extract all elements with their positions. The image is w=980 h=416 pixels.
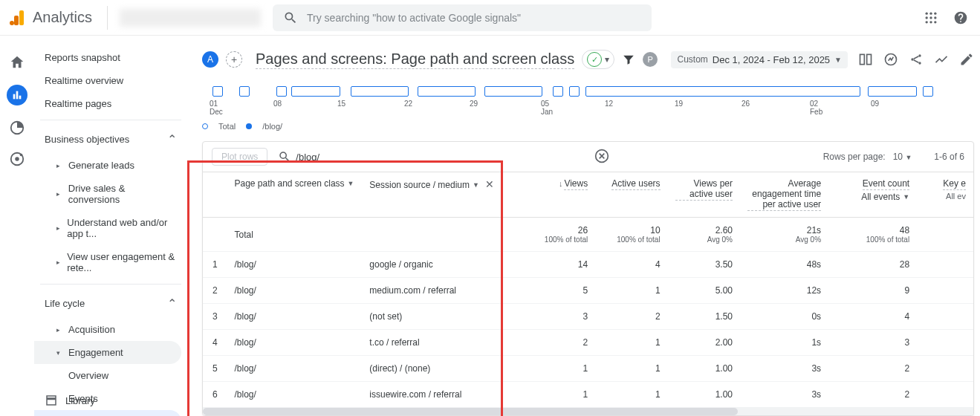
share-icon[interactable] — [909, 52, 924, 67]
library-icon — [45, 394, 58, 407]
rail-home[interactable] — [8, 53, 26, 71]
scroll-thumb[interactable] — [203, 408, 738, 415]
report-check-badge[interactable]: ✓ ▾ — [582, 50, 614, 69]
chevron-down-icon: ▼ — [834, 56, 842, 64]
nav-generate-leads[interactable]: ▸Generate leads — [34, 154, 187, 177]
svg-point-6 — [926, 16, 928, 19]
nav-engagement[interactable]: ▾Engagement — [34, 341, 181, 364]
brand-name: Analytics — [33, 9, 92, 26]
nav-drive-sales[interactable]: ▸Drive sales & conversions — [34, 177, 187, 211]
chevron-down-icon: ▼ — [903, 193, 909, 201]
nav-view-user-engagement[interactable]: ▸View user engagement & rete... — [34, 245, 187, 279]
rail-advertising[interactable] — [8, 150, 26, 168]
segment-all-users-chip[interactable]: A — [202, 51, 218, 68]
table-toolbar: Plot rows /blog/ Rows per page: 10 ▼ 1-6… — [203, 142, 973, 172]
secondary-dimension-select[interactable]: Session source / medium▼ — [369, 180, 479, 190]
top-header: Analytics Try searching "how to activate… — [0, 0, 980, 36]
timeline-tick: 12 — [605, 100, 613, 108]
property-selector[interactable] — [120, 9, 261, 27]
date-range-picker[interactable]: Custom Dec 1, 2024 - Feb 12, 2025 ▼ — [671, 51, 848, 68]
timeline-tick: 29 — [470, 100, 478, 108]
svg-point-18 — [20, 154, 23, 157]
col-views-per-user[interactable]: Views per active user — [668, 172, 740, 218]
check-circle-icon: ✓ — [587, 52, 602, 67]
svg-point-2 — [10, 21, 14, 25]
legend-dot-total-icon — [202, 123, 208, 129]
svg-rect-13 — [16, 91, 19, 100]
svg-rect-20 — [867, 54, 872, 64]
svg-rect-12 — [13, 94, 16, 100]
filter-icon[interactable] — [622, 53, 635, 66]
clear-filter-button[interactable] — [594, 149, 609, 166]
left-rail — [0, 36, 34, 168]
nav-reports-snapshot[interactable]: Reports snapshot — [34, 46, 187, 69]
svg-point-22 — [911, 58, 913, 60]
chevron-down-icon: ▼ — [473, 181, 479, 189]
nav-realtime-overview[interactable]: Realtime overview — [34, 69, 187, 92]
report-header: A + Pages and screens: Page path and scr… — [202, 45, 974, 74]
plot-rows-button[interactable]: Plot rows — [212, 148, 267, 166]
logo-section: Analytics — [9, 6, 108, 30]
table-row[interactable]: 4/blog/t.co / referral212.001s3 — [203, 330, 973, 356]
svg-point-23 — [918, 54, 921, 56]
svg-point-7 — [929, 16, 932, 19]
svg-point-11 — [934, 21, 936, 23]
nav-library[interactable]: Library — [45, 394, 95, 407]
horizontal-scrollbar[interactable] — [203, 408, 973, 415]
add-comparison-button[interactable]: + — [226, 51, 242, 68]
caret-right-icon: ▸ — [56, 190, 64, 198]
chevron-down-icon: ▼ — [905, 154, 912, 161]
trend-icon[interactable] — [934, 52, 949, 67]
search-icon — [278, 150, 291, 163]
user-property-icon[interactable]: P — [643, 52, 658, 67]
col-event-count[interactable]: Event countAll events ▼ — [828, 172, 917, 218]
pagination-range: 1-6 of 6 — [934, 152, 964, 162]
sidebar-nav: Reports snapshot Realtime overview Realt… — [34, 36, 187, 416]
page-title[interactable]: Pages and screens: Page path and screen … — [256, 51, 574, 69]
rows-per-page-select[interactable]: 10 ▼ — [893, 152, 912, 162]
table-row[interactable]: 1/blog/google / organic1443.5048s28 — [203, 252, 973, 278]
nav-overview[interactable]: Overview — [34, 364, 187, 387]
svg-point-10 — [929, 21, 932, 23]
col-views[interactable]: ↓Views — [523, 172, 595, 218]
nav-pages-screens[interactable]: Pages and screens — [34, 410, 181, 416]
search-placeholder: Try searching "how to activate Google si… — [307, 12, 521, 24]
global-search[interactable]: Try searching "how to activate Google si… — [273, 4, 652, 31]
col-avg-engagement[interactable]: Average engagement time per active user — [740, 172, 828, 218]
rail-reports[interactable] — [7, 85, 27, 105]
arrow-down-icon: ↓ — [559, 179, 563, 188]
apps-icon[interactable] — [924, 10, 938, 25]
data-table-card: Plot rows /blog/ Rows per page: 10 ▼ 1-6… — [202, 141, 974, 416]
nav-life-cycle[interactable]: Life cycle⌃ — [34, 289, 187, 318]
table-row[interactable]: 2/blog/medium.com / referral515.0012s9 — [203, 278, 973, 304]
timeline-tick: 08 — [273, 100, 282, 108]
event-filter-select[interactable]: All events ▼ — [861, 192, 909, 202]
table-search[interactable]: /blog/ — [278, 150, 319, 163]
nav-understand-web-app[interactable]: ▸Understand web and/or app t... — [34, 211, 187, 245]
nav-realtime-pages[interactable]: Realtime pages — [34, 92, 187, 115]
timeline-tick: 19 — [675, 100, 683, 108]
timeline-chart — [202, 86, 974, 97]
insights-icon[interactable] — [883, 52, 898, 67]
svg-point-24 — [918, 62, 921, 64]
chevron-up-icon: ⌃ — [167, 296, 177, 311]
nav-acquisition[interactable]: ▸Acquisition — [34, 318, 187, 341]
table-row[interactable]: 6/blog/issuewire.com / referral111.003s2 — [203, 382, 973, 408]
close-circle-icon — [594, 149, 609, 163]
remove-dimension-button[interactable]: ✕ — [485, 178, 494, 190]
data-table: Page path and screen class▼ Session sour… — [203, 172, 973, 408]
edit-icon[interactable] — [959, 52, 974, 67]
compare-icon[interactable] — [858, 52, 873, 67]
nav-business-objectives[interactable]: Business objectives⌃ — [34, 125, 187, 154]
col-active-users[interactable]: Active users — [595, 172, 667, 218]
rail-explore[interactable] — [8, 119, 26, 137]
totals-row: Total 26100% of total 10100% of total 2.… — [203, 218, 973, 252]
table-row[interactable]: 3/blog/(not set)321.500s4 — [203, 304, 973, 330]
rows-per-page-label: Rows per page: — [823, 152, 886, 162]
col-key-events[interactable]: Key eAll ev — [917, 172, 973, 218]
table-row[interactable]: 5/blog/(direct) / (none)111.003s2 — [203, 356, 973, 382]
help-icon[interactable] — [953, 10, 968, 25]
primary-dimension-select[interactable]: Page path and screen class▼ — [234, 178, 354, 189]
caret-right-icon: ▸ — [56, 259, 62, 266]
svg-rect-14 — [19, 96, 22, 100]
